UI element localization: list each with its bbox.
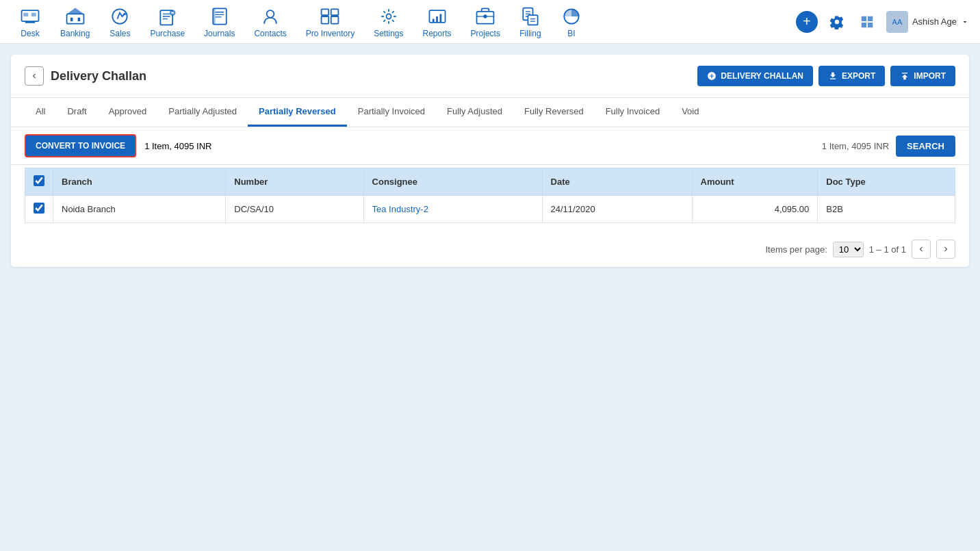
top-navigation: Desk Banking Sales Purchase Journals Con… xyxy=(0,0,980,44)
svg-rect-7 xyxy=(77,17,80,21)
table-header-row: Branch Number Consignee Date Amount Doc … xyxy=(25,168,955,196)
svg-rect-4 xyxy=(66,14,83,23)
table-body: Noida Branch DC/SA/10 Tea Industry-2 24/… xyxy=(25,196,955,223)
table-header: Branch Number Consignee Date Amount Doc … xyxy=(25,168,955,196)
tab-partially-adjusted[interactable]: Partially Adjusted xyxy=(157,98,248,127)
nav-label-bi: BI xyxy=(567,29,575,38)
back-button[interactable] xyxy=(25,66,44,86)
nav-item-banking[interactable]: Banking xyxy=(52,1,98,42)
tab-partially-invoiced[interactable]: Partially Invoiced xyxy=(347,98,436,127)
svg-rect-1 xyxy=(25,21,35,23)
data-table: Branch Number Consignee Date Amount Doc … xyxy=(25,168,955,223)
svg-rect-23 xyxy=(439,14,441,22)
row-doc-type: B2B xyxy=(818,196,955,223)
nav-label-journals: Journals xyxy=(204,29,235,38)
nav-item-reports[interactable]: Reports xyxy=(415,1,460,42)
nav-item-journals[interactable]: Journals xyxy=(196,1,243,42)
plus-circle-icon xyxy=(707,71,717,81)
nav-item-pro-inventory[interactable]: Pro Inventory xyxy=(298,1,363,42)
row-checkbox-cell xyxy=(25,196,53,223)
svg-rect-16 xyxy=(331,16,339,24)
row-branch: Noida Branch xyxy=(53,196,226,223)
svg-rect-2 xyxy=(23,12,28,16)
row-number: DC/SA/10 xyxy=(226,196,363,223)
table-container: Branch Number Consignee Date Amount Doc … xyxy=(11,168,969,234)
consignee-link[interactable]: Tea Industry-2 xyxy=(372,204,428,214)
delivery-challan-button[interactable]: DELIVERY CHALLAN xyxy=(697,66,813,86)
page-title: Delivery Challan xyxy=(51,69,146,84)
svg-rect-6 xyxy=(70,17,73,21)
chevron-down-icon xyxy=(961,18,969,26)
row-amount: 4,095.00 xyxy=(692,196,818,223)
nav-label-settings: Settings xyxy=(374,29,403,38)
svg-rect-27 xyxy=(528,15,537,25)
svg-rect-17 xyxy=(322,9,329,15)
nav-item-sales[interactable]: Sales xyxy=(101,1,139,42)
nav-label-projects: Projects xyxy=(471,29,500,38)
tab-void[interactable]: Void xyxy=(671,98,710,127)
import-button[interactable]: IMPORT xyxy=(890,66,955,86)
nav-items-list: Desk Banking Sales Purchase Journals Con… xyxy=(11,1,796,42)
add-button[interactable]: + xyxy=(796,11,818,33)
selected-summary: 1 Item, 4095 INR xyxy=(822,141,889,151)
svg-point-19 xyxy=(386,14,391,18)
nav-item-filling[interactable]: Filling xyxy=(511,1,550,42)
toolbar-summary: 1 Item, 4095 INR xyxy=(144,141,211,151)
tab-fully-invoiced[interactable]: Fully Invoiced xyxy=(595,98,671,127)
svg-point-25 xyxy=(484,14,487,18)
tab-fully-reversed[interactable]: Fully Reversed xyxy=(513,98,595,127)
svg-point-14 xyxy=(267,10,274,18)
header-amount: Amount xyxy=(692,168,818,196)
header-doc-type: Doc Type xyxy=(818,168,955,196)
svg-point-8 xyxy=(113,9,127,23)
toolbar: CONVERT TO INVOICE 1 Item, 4095 INR 1 It… xyxy=(11,127,969,165)
prev-page-button[interactable] xyxy=(912,240,931,259)
header-branch: Branch xyxy=(53,168,226,196)
main-content: OPTIONS Delivery Challan DELIVERY CHALLA… xyxy=(0,44,980,278)
chevron-left-icon xyxy=(916,244,926,254)
nav-item-desk[interactable]: Desk xyxy=(11,1,49,42)
next-page-button[interactable] xyxy=(936,240,955,259)
delivery-challan-btn-label: DELIVERY CHALLAN xyxy=(721,71,803,81)
search-button[interactable]: SEARCH xyxy=(896,136,955,157)
nav-label-reports: Reports xyxy=(423,29,452,38)
tab-approved[interactable]: Approved xyxy=(98,98,158,127)
select-all-checkbox[interactable] xyxy=(34,175,44,186)
tab-fully-adjusted[interactable]: Fully Adjusted xyxy=(436,98,513,127)
nav-item-bi[interactable]: BI xyxy=(552,1,591,42)
settings-icon-btn[interactable] xyxy=(826,11,848,33)
page-header-right: DELIVERY CHALLAN EXPORT IMPORT xyxy=(697,66,955,86)
import-btn-label: IMPORT xyxy=(914,71,946,81)
svg-rect-3 xyxy=(31,12,36,16)
nav-item-purchase[interactable]: Purchase xyxy=(142,1,193,42)
page-header-left: Delivery Challan xyxy=(25,66,146,86)
pagination-range: 1 – 1 of 1 xyxy=(869,244,906,255)
import-icon xyxy=(900,71,910,81)
nav-label-banking: Banking xyxy=(60,29,90,38)
tab-partially-reversed[interactable]: Partially Reversed xyxy=(248,98,347,127)
header-consignee: Consignee xyxy=(363,168,542,196)
export-icon xyxy=(828,71,838,81)
grid-icon-btn[interactable] xyxy=(856,11,878,33)
table-row: Noida Branch DC/SA/10 Tea Industry-2 24/… xyxy=(25,196,955,223)
tab-draft[interactable]: Draft xyxy=(56,98,97,127)
row-checkbox[interactable] xyxy=(34,203,44,214)
nav-right: + AA Ashish Age xyxy=(796,11,969,33)
nav-item-contacts[interactable]: Contacts xyxy=(246,1,294,42)
nav-item-settings[interactable]: Settings xyxy=(365,1,411,42)
export-button[interactable]: EXPORT xyxy=(818,66,885,86)
header-checkbox-cell xyxy=(25,168,53,196)
svg-rect-15 xyxy=(322,16,329,24)
nav-item-projects[interactable]: Projects xyxy=(463,1,508,42)
nav-label-desk: Desk xyxy=(21,29,39,38)
svg-point-9 xyxy=(124,12,127,15)
user-name: Ashish Age xyxy=(912,16,957,27)
items-per-page-select[interactable]: 10 25 50 xyxy=(833,242,864,257)
convert-to-invoice-button[interactable]: CONVERT TO INVOICE xyxy=(25,134,136,157)
nav-label-filling: Filling xyxy=(519,29,541,38)
tab-all[interactable]: All xyxy=(25,98,56,127)
svg-marker-5 xyxy=(66,8,83,14)
user-menu[interactable]: AA Ashish Age xyxy=(886,11,969,33)
svg-rect-13 xyxy=(213,8,216,24)
header-number: Number xyxy=(226,168,363,196)
